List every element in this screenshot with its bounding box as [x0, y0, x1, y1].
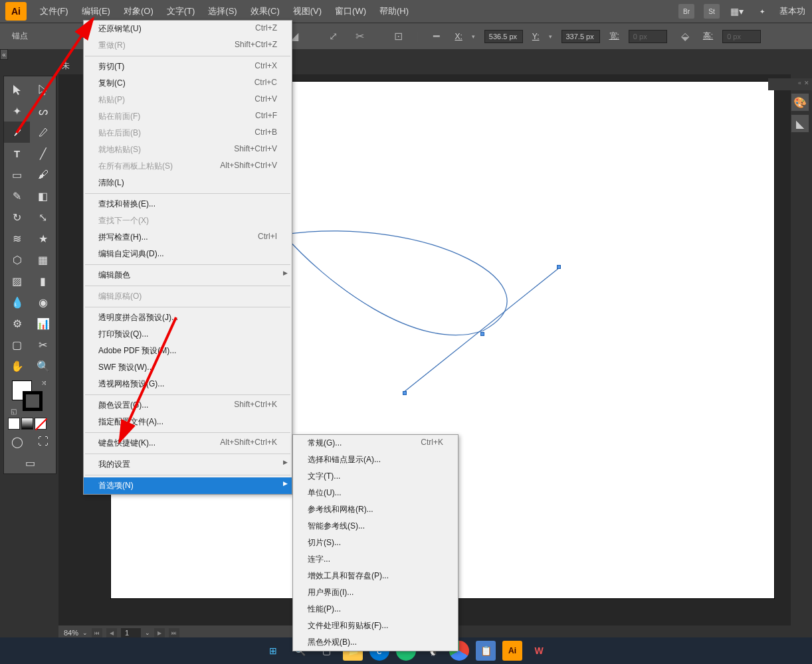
change-screen-mode[interactable]: ▭ [4, 452, 56, 473]
handles-icon2[interactable]: ✂ [351, 29, 368, 44]
stroke-swatch[interactable] [23, 391, 43, 411]
artboard-number[interactable]: 1 [121, 628, 141, 637]
color-panel-icon[interactable]: 🎨 [791, 93, 809, 112]
selection-tool[interactable] [4, 79, 30, 100]
anchor-point[interactable] [557, 265, 561, 269]
edit-menu-item[interactable]: 颜色设置(G)...Shift+Ctrl+K [84, 397, 292, 414]
menu-effect[interactable]: 效果(C) [244, 0, 286, 23]
perspective-tool[interactable]: ▦ [30, 249, 56, 270]
prefs-menu-item[interactable]: 连字... [293, 551, 458, 568]
menu-edit[interactable]: 编辑(E) [75, 0, 117, 23]
swap-colors-icon[interactable]: ⤭ [41, 379, 47, 386]
next-artboard-icon[interactable]: ▶ [154, 628, 165, 637]
prefs-menu-item[interactable]: 常规(G)...Ctrl+K [293, 435, 458, 452]
edit-menu-item[interactable]: 剪切(T)Ctrl+X [84, 58, 292, 75]
default-colors-icon[interactable]: ◱ [11, 408, 17, 415]
lasso-tool[interactable]: ᔕ [30, 100, 56, 122]
edit-menu-item[interactable]: 编辑颜色▶ [84, 267, 292, 284]
shape-builder-tool[interactable]: ⬡ [4, 249, 30, 270]
workspace-switcher[interactable]: 基本功 [779, 5, 805, 17]
edit-menu-item[interactable]: 编辑自定词典(D)... [84, 246, 292, 262]
x-value[interactable]: 536.5 px [484, 30, 523, 43]
anchor-point[interactable] [403, 391, 407, 395]
rectangle-tool[interactable]: ▭ [4, 164, 30, 185]
menu-help[interactable]: 帮助(H) [373, 0, 415, 23]
prefs-menu-item[interactable]: 性能(P)... [293, 601, 458, 618]
stock-icon[interactable]: St [704, 4, 720, 19]
fill-stroke-control[interactable]: ⤭ ◱ [12, 380, 44, 412]
edit-menu-item[interactable]: 清除(L) [84, 175, 292, 191]
edit-menu-item[interactable]: 指定配置文件(A)... [84, 414, 292, 430]
anchor-point[interactable] [480, 332, 484, 336]
edit-menu-item[interactable]: 打印预设(Q)... [84, 326, 292, 343]
edit-menu-item[interactable]: 首选项(N)▶ [84, 477, 292, 494]
graph-tool[interactable]: 📊 [30, 313, 56, 334]
free-transform-tool[interactable]: ★ [30, 228, 56, 249]
document-tab[interactable]: 未 [56, 59, 75, 73]
eraser-tool[interactable]: ◧ [30, 185, 56, 207]
y-link[interactable]: ▾ [549, 33, 552, 40]
scale-tool[interactable]: ⤡ [30, 207, 56, 228]
y-value[interactable]: 337.5 px [561, 30, 600, 43]
edit-menu-item[interactable]: 透明度拼合器预设(J)... [84, 309, 292, 326]
prefs-menu-item[interactable]: 黑色外观(B)... [293, 634, 458, 651]
menu-object[interactable]: 对象(O) [117, 0, 160, 23]
artboard-dropdown-icon[interactable]: ⌄ [145, 629, 150, 636]
slice-tool[interactable]: ✂ [30, 334, 56, 355]
edit-menu-item[interactable]: 我的设置▶ [84, 456, 292, 473]
prefs-menu-item[interactable]: 用户界面(I)... [293, 584, 458, 601]
line-tool[interactable]: ╱ [30, 143, 56, 164]
start-icon[interactable]: ⊞ [263, 641, 283, 661]
prefs-menu-item[interactable]: 文字(T)... [293, 468, 458, 485]
arrange-icon[interactable]: ▦▾ [729, 4, 745, 19]
prefs-menu-item[interactable]: 参考线和网格(R)... [293, 501, 458, 518]
menu-view[interactable]: 视图(V) [286, 0, 328, 23]
edit-menu-item[interactable]: 复制(C)Ctrl+C [84, 75, 292, 92]
panel-collapse-icon[interactable]: « [798, 80, 801, 89]
zoom-tool[interactable]: 🔍 [30, 355, 56, 376]
blend-tool[interactable]: ◉ [30, 291, 56, 313]
color-mode[interactable] [8, 418, 20, 430]
brush-tool[interactable]: 🖌 [30, 164, 56, 185]
gpu-icon[interactable]: ✦ [754, 4, 770, 19]
illustrator-icon[interactable]: Ai [502, 641, 522, 661]
handles-icon[interactable]: ⤢ [324, 29, 342, 44]
edit-menu-item[interactable]: SWF 预设(W)... [84, 359, 292, 376]
menu-type[interactable]: 文字(T) [160, 0, 202, 23]
zoom-level[interactable]: 84% [64, 629, 78, 637]
direct-selection-tool[interactable] [30, 79, 56, 100]
properties-panel-icon[interactable]: ◣ [791, 114, 809, 133]
edit-menu-item[interactable]: 透视网格预设(G)... [84, 376, 292, 392]
width-tool[interactable]: ≋ [4, 228, 30, 249]
edit-menu-item[interactable]: 拼写检查(H)...Ctrl+I [84, 229, 292, 246]
prefs-menu-item[interactable]: 单位(U)... [293, 485, 458, 501]
draw-mode[interactable]: ◯ [4, 431, 30, 452]
edit-menu-item[interactable]: 键盘快捷键(K)...Alt+Shift+Ctrl+K [84, 435, 292, 452]
prefs-menu-item[interactable]: 智能参考线(S)... [293, 518, 458, 535]
screen-mode[interactable]: ⛶ [30, 431, 56, 452]
panel-close-icon[interactable]: ✕ [804, 80, 809, 89]
isolate-icon[interactable]: ⊡ [389, 29, 407, 44]
prev-artboard-icon[interactable]: ◀ [106, 628, 117, 637]
zoom-dropdown-icon[interactable]: ⌄ [82, 629, 88, 636]
gradient-mode[interactable] [21, 418, 33, 430]
hand-tool[interactable]: ✋ [4, 355, 30, 376]
mesh-tool[interactable]: ▨ [4, 270, 30, 291]
curvature-tool[interactable] [30, 122, 56, 143]
menu-select[interactable]: 选择(S) [201, 0, 243, 23]
type-tool[interactable]: T [4, 143, 30, 164]
edit-menu-item[interactable]: 查找和替换(E)... [84, 196, 292, 212]
shaper-tool[interactable]: ✎ [4, 185, 30, 207]
first-artboard-icon[interactable]: ⏮ [92, 628, 102, 637]
link-wh-icon[interactable]: ⬙ [676, 29, 694, 44]
symbol-sprayer-tool[interactable]: ⚙ [4, 313, 30, 334]
edit-menu-item[interactable]: Adobe PDF 预设(M)... [84, 343, 292, 359]
notes-icon[interactable]: 📋 [476, 641, 496, 661]
last-artboard-icon[interactable]: ⏭ [169, 628, 179, 637]
magic-wand-tool[interactable]: ✦ [4, 100, 30, 122]
prefs-menu-item[interactable]: 切片(S)... [293, 535, 458, 551]
edit-menu-item[interactable]: 还原钢笔(U)Ctrl+Z [84, 21, 292, 37]
gradient-tool[interactable]: ▮ [30, 270, 56, 291]
menu-file[interactable]: 文件(F) [33, 0, 75, 23]
rotate-tool[interactable]: ↻ [4, 207, 30, 228]
